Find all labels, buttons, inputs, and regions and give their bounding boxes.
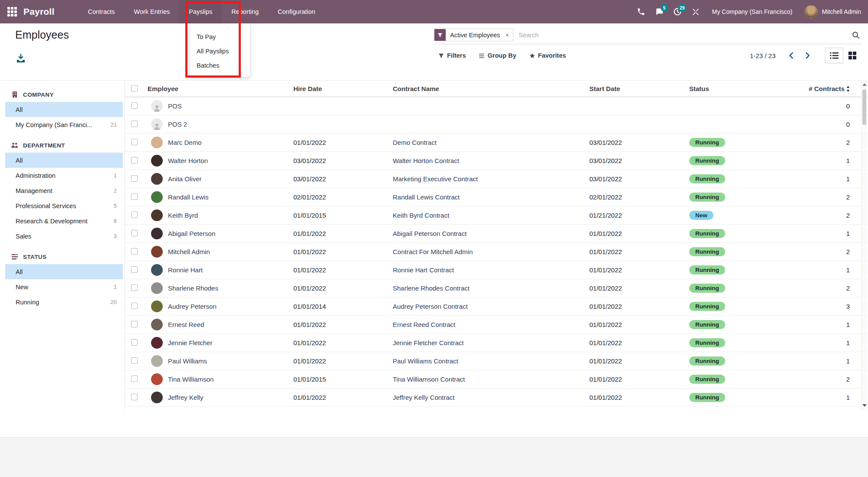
employee-name: Jeffrey Kelly — [168, 394, 203, 401]
top-navbar: Payroll Contracts Work Entries Payslips … — [0, 0, 868, 23]
row-checkbox[interactable] — [131, 175, 138, 182]
contract-name: Tina Williamson Contract — [381, 376, 579, 383]
phone-icon[interactable] — [637, 7, 645, 16]
row-checkbox[interactable] — [131, 357, 138, 364]
table-row[interactable]: Mitchell Admin 01/01/2022 Contract For M… — [125, 243, 868, 261]
filters-button[interactable]: Filters — [438, 52, 466, 59]
list-view-button[interactable] — [825, 48, 843, 63]
scrollbar-thumb[interactable] — [862, 89, 866, 125]
row-checkbox[interactable] — [131, 121, 138, 127]
sidebar-filter-item[interactable]: New 1 — [5, 279, 123, 294]
filter-count: 3 — [114, 233, 117, 239]
sidebar-filter-item[interactable]: Administration 1 — [5, 168, 123, 183]
table-row[interactable]: Anita Oliver 03/01/2022 Marketing Execut… — [125, 170, 868, 188]
row-checkbox[interactable] — [131, 284, 138, 291]
row-checkbox[interactable] — [131, 157, 138, 163]
dropdown-menu-item[interactable]: All Payslips — [190, 44, 250, 58]
column-header-contracts[interactable]: # Contracts — [809, 85, 868, 92]
sidebar-filter-item[interactable]: My Company (San Franci... 21 — [5, 117, 123, 132]
table-row[interactable]: Jeffrey Kelly 01/01/2022 Jeffrey Kelly C… — [125, 389, 868, 407]
sidebar-filter-item[interactable]: Running 20 — [5, 294, 123, 310]
row-checkbox[interactable] — [131, 230, 138, 236]
apps-grid-icon[interactable] — [7, 7, 17, 17]
nav-menu-item[interactable]: Payslips — [179, 0, 222, 23]
row-checkbox[interactable] — [131, 266, 138, 273]
table-row[interactable]: Abigail Peterson 01/01/2022 Abigail Pete… — [125, 225, 868, 243]
favorites-label: Favorites — [538, 52, 566, 59]
dropdown-menu-item[interactable]: Batches — [190, 58, 250, 72]
nav-menu-item[interactable]: Configuration — [268, 0, 325, 23]
app-name[interactable]: Payroll — [23, 7, 54, 17]
kanban-view-button[interactable] — [843, 48, 861, 63]
table-row[interactable]: Sharlene Rhodes 01/01/2022 Sharlene Rhod… — [125, 279, 868, 297]
vertical-scrollbar[interactable] — [861, 81, 867, 409]
messages-icon[interactable]: 5 — [655, 7, 664, 16]
favorites-button[interactable]: Favorites — [529, 52, 566, 59]
company-section-header: COMPANY — [0, 88, 125, 102]
row-checkbox[interactable] — [131, 212, 138, 218]
nav-menu-item[interactable]: Reporting — [222, 0, 268, 23]
nav-menu-item[interactable]: Work Entries — [125, 0, 180, 23]
row-checkbox[interactable] — [131, 339, 138, 346]
contract-name: Ernest Reed Contract — [381, 321, 579, 328]
table-row[interactable]: Walter Horton 03/01/2022 Walter Horton C… — [125, 152, 868, 170]
row-checkbox[interactable] — [131, 376, 138, 382]
row-checkbox[interactable] — [131, 321, 138, 327]
row-checkbox[interactable] — [131, 303, 138, 309]
pager-previous-icon[interactable] — [784, 49, 798, 62]
dropdown-menu-item[interactable]: To Pay — [190, 29, 250, 44]
search-input[interactable] — [513, 32, 852, 39]
employee-cell: Ronnie Hart — [148, 264, 282, 276]
status-badge: Running — [689, 265, 725, 274]
export-download-icon[interactable] — [16, 53, 26, 63]
nav-menu-item[interactable]: Contracts — [78, 0, 124, 23]
table-row[interactable]: Keith Byrd 01/01/2015 Keith Byrd Contrac… — [125, 206, 868, 225]
filter-label: Running — [16, 299, 39, 306]
row-checkbox[interactable] — [131, 248, 138, 255]
hire-date: 01/01/2015 — [282, 212, 381, 219]
sidebar-filter-item[interactable]: Professional Services 5 — [5, 198, 123, 213]
sidebar-filter-item[interactable]: All — [5, 264, 123, 279]
column-header-hire-date[interactable]: Hire Date — [282, 85, 381, 92]
table-row[interactable]: Ernest Reed 01/01/2022 Ernest Reed Contr… — [125, 316, 868, 334]
group-by-label: Group By — [488, 52, 516, 59]
sidebar-filter-item[interactable]: Sales 3 — [5, 229, 123, 244]
sidebar-filter-item[interactable]: Management 2 — [5, 183, 123, 198]
activities-clock-icon[interactable]: 29 — [673, 7, 682, 16]
table-row[interactable]: Audrey Peterson 01/01/2014 Audrey Peters… — [125, 297, 868, 316]
company-items: All My Company (San Franci... 21 — [0, 102, 125, 132]
column-header-start-date[interactable]: Start Date — [579, 85, 681, 92]
user-menu[interactable]: Mitchell Admin — [805, 5, 861, 18]
row-checkbox[interactable] — [131, 193, 138, 200]
table-row[interactable]: POS 2 0 — [125, 115, 868, 134]
table-row[interactable]: Tina Williamson 01/01/2015 Tina Williams… — [125, 370, 868, 389]
table-row[interactable]: Marc Demo 01/01/2022 Demo Contract 03/01… — [125, 134, 868, 152]
facet-remove-icon[interactable]: × — [504, 29, 513, 41]
start-date: 01/01/2022 — [579, 394, 681, 401]
row-checkbox[interactable] — [131, 139, 138, 145]
table-row[interactable]: Ronnie Hart 01/01/2022 Ronnie Hart Contr… — [125, 261, 868, 279]
search-icon[interactable] — [852, 31, 860, 39]
table-row[interactable]: Randall Lewis 02/01/2022 Randall Lewis C… — [125, 188, 868, 206]
table-row[interactable]: Paul Williams 01/01/2022 Paul Williams C… — [125, 352, 868, 370]
sidebar-filter-item[interactable]: Research & Development 8 — [5, 213, 123, 229]
row-checkbox[interactable] — [131, 102, 138, 109]
employee-name: Randall Lewis — [168, 193, 208, 201]
row-checkbox[interactable] — [131, 394, 138, 400]
group-by-button[interactable]: Group By — [479, 52, 516, 59]
tools-icon[interactable] — [691, 7, 700, 16]
company-switcher[interactable]: My Company (San Francisco) — [712, 8, 792, 15]
scroll-up-icon[interactable] — [862, 83, 867, 86]
employee-avatar — [151, 191, 163, 203]
select-all-checkbox[interactable] — [131, 85, 138, 91]
table-row[interactable]: Jennie Fletcher 01/01/2022 Jennie Fletch… — [125, 334, 868, 352]
pager-next-icon[interactable] — [801, 49, 815, 62]
sidebar-filter-item[interactable]: All — [5, 102, 123, 117]
user-name: Mitchell Admin — [822, 8, 861, 15]
column-header-contract-name[interactable]: Contract Name — [381, 85, 579, 92]
column-header-status[interactable]: Status — [681, 85, 798, 92]
scroll-down-icon[interactable] — [862, 404, 867, 407]
sidebar-filter-item[interactable]: All — [5, 153, 123, 168]
table-row[interactable]: POS 0 — [125, 97, 868, 115]
column-header-employee[interactable]: Employee — [148, 85, 282, 92]
